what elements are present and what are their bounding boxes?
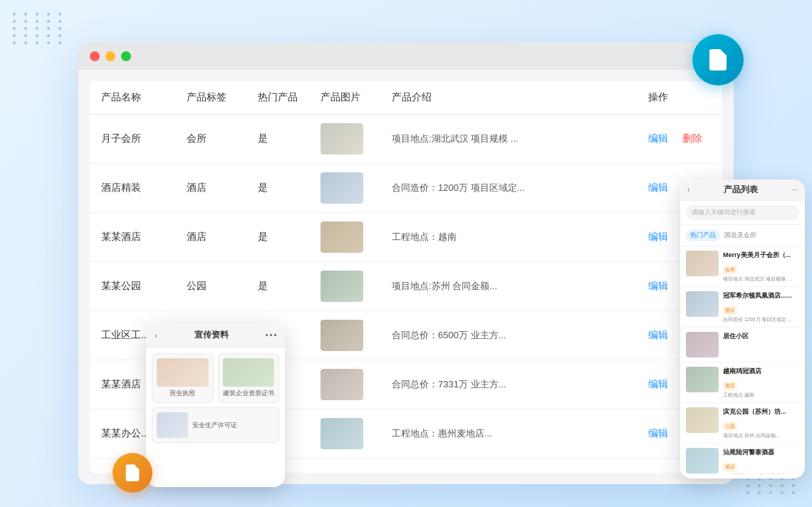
cell-name: 某某公园 — [90, 262, 175, 311]
cert-img-business — [157, 358, 209, 387]
mp-item-desc: 项目地点 苏州 合同金额... — [723, 432, 794, 439]
mp-item-name: 冠军希尔顿凤凰酒店... 厂房 — [723, 291, 794, 300]
edit-button[interactable]: 编辑 — [648, 378, 668, 390]
col-header-tag: 产品标签 — [175, 81, 246, 115]
mp-right-title: 产品列表 — [724, 184, 758, 196]
col-header-name: 产品名称 — [90, 81, 175, 115]
mp-item-name: 滨克公园（苏州）坊... — [723, 407, 794, 417]
maximize-button[interactable] — [121, 51, 131, 61]
cell-img — [309, 115, 380, 164]
col-header-desc: 产品介绍 — [380, 81, 637, 115]
mp-item-details: 冠军希尔顿凤凰酒店... 厂房 酒店 合同造价 1200万 项目区域定... — [723, 291, 799, 323]
mp-item-desc: 产业园区 广东汕尾 项目规模... — [723, 473, 794, 474]
mp-tab-all[interactable]: 国造及会所 — [720, 229, 761, 241]
col-header-action: 操作 — [637, 81, 722, 115]
cell-desc: 项目地点:苏州 合同金额... — [380, 262, 637, 311]
cell-hot: 是 — [246, 115, 309, 164]
mp-item-tag: 酒店 — [723, 306, 737, 315]
mp-list-item[interactable]: 滨克公园（苏州）坊... 公园 项目地点 苏州 合同金额... — [680, 403, 805, 444]
product-thumbnail — [321, 172, 363, 204]
mp-item-name: 汕尾陆河警泰酒器 — [723, 448, 794, 457]
cell-action: 编辑 删除 — [637, 115, 722, 164]
cell-desc: 合同造价：1200万 项目区域定... — [380, 164, 637, 213]
cert-item-business: 营业执照 — [152, 353, 214, 403]
cell-tag: 会所 — [175, 115, 246, 164]
mp-right-tabs: 热门产品 国造及会所 — [680, 225, 805, 246]
mp-left-title: 宣传资料 — [194, 329, 229, 341]
col-header-hot: 热门产品 — [246, 81, 309, 115]
cell-hot: 是 — [246, 164, 309, 213]
mp-item-tag: 酒店 — [723, 382, 737, 390]
mp-list-item[interactable]: 汕尾陆河警泰酒器 酒店 产业园区 广东汕尾 项目规模... — [680, 444, 805, 474]
cell-img — [309, 311, 380, 360]
edit-button[interactable]: 编辑 — [648, 280, 668, 291]
table-row: 某某公园 公园 是 项目地点:苏州 合同金额... 编辑 — [90, 262, 722, 311]
delete-button[interactable]: 删除 — [682, 132, 702, 144]
product-thumbnail — [321, 123, 363, 155]
close-button[interactable] — [90, 51, 100, 61]
mp-item-thumbnail — [686, 291, 719, 317]
product-thumbnail — [321, 221, 363, 253]
product-description: 工程地点：越南 — [392, 231, 457, 242]
mp-item-details: 滨克公园（苏州）坊... 公园 项目地点 苏州 合同金额... — [723, 407, 799, 439]
mp-item-desc: 项目地点 湖北武汉 项目规模 1400㎡ — [723, 276, 794, 282]
mp-item-thumbnail — [686, 407, 719, 433]
mp-right-back: ‹ — [687, 186, 689, 194]
mp-list-item[interactable]: 居住小区 — [680, 328, 805, 362]
product-description: 合同总价：7331万 业主方... — [392, 379, 506, 390]
edit-button[interactable]: 编辑 — [648, 132, 668, 144]
cell-img — [309, 360, 380, 409]
mobile-popup-right: ‹ 产品列表 ··· 请输入关键词进行搜索 热门产品 国造及会所 Merry美美… — [680, 179, 805, 479]
mp-item-tag: 会所 — [723, 266, 737, 274]
cell-desc: 工程地点：惠州麦地店... — [380, 409, 637, 459]
product-thumbnail — [321, 320, 363, 351]
mp-right-search-area: 请输入关键词进行搜索 — [680, 201, 805, 225]
mp-item-details: 越南鸡冠酒店 酒店 工程地点 越南 — [723, 367, 799, 398]
mobile-popup-left: ‹ 宣传资料 营业执照 建筑企业资质证书 安全生产许可证 — [146, 323, 285, 487]
cell-name: 月子会所 — [90, 115, 175, 164]
mp-item-thumbnail — [686, 367, 719, 392]
mp-list-item[interactable]: 冠军希尔顿凤凰酒店... 厂房 酒店 合同造价 1200万 项目区域定... — [680, 287, 805, 328]
mp-right-list: Merry美美月子会所（... 会所 项目地点 湖北武汉 项目规模 1400㎡ … — [680, 246, 805, 474]
mp-left-back: ‹ — [155, 331, 157, 340]
mp-right-header: ‹ 产品列表 ··· — [680, 179, 805, 201]
cert-label-safety: 安全生产许可证 — [192, 421, 237, 430]
table-row: 月子会所 会所 是 项目地点:湖北武汉 项目规模 ... 编辑 删除 — [90, 115, 722, 164]
mp-tab-hot[interactable]: 热门产品 — [686, 229, 720, 241]
cert-label-construction: 建筑企业资质证书 — [223, 389, 274, 398]
cell-desc: 合同总价：7331万 业主方... — [380, 360, 637, 409]
cell-name: 某某酒店 — [90, 213, 175, 262]
cell-tag: 酒店 — [175, 164, 246, 213]
edit-button[interactable]: 编辑 — [648, 182, 668, 193]
cert-label-business: 营业执照 — [170, 389, 195, 398]
product-description: 项目地点:湖北武汉 项目规模 ... — [392, 133, 519, 144]
cell-name: 酒店精装 — [90, 164, 175, 213]
cell-tag: 酒店 — [175, 213, 246, 262]
table-header-row: 产品名称 产品标签 热门产品 产品图片 产品介绍 操作 — [90, 81, 722, 115]
edit-button[interactable]: 编辑 — [648, 329, 668, 340]
mp-item-name: 越南鸡冠酒店 — [723, 367, 794, 376]
minimize-button[interactable] — [105, 51, 115, 61]
cell-tag: 公园 — [175, 262, 246, 311]
cell-img — [309, 164, 380, 213]
mp-list-item[interactable]: 越南鸡冠酒店 酒店 工程地点 越南 — [680, 362, 805, 403]
mp-left-header: ‹ 宣传资料 — [146, 323, 285, 347]
mp-item-tag: 酒店 — [723, 463, 737, 471]
bottom-document-icon — [113, 453, 152, 493]
mp-item-details: 居住小区 — [723, 332, 799, 343]
edit-button[interactable]: 编辑 — [648, 427, 668, 439]
cell-img — [309, 262, 380, 311]
cell-desc: 项目地点:湖北武汉 项目规模 ... — [380, 115, 637, 164]
product-thumbnail — [321, 418, 363, 449]
mp-left-content: 营业执照 建筑企业资质证书 安全生产许可证 — [146, 347, 285, 449]
edit-button[interactable]: 编辑 — [648, 231, 668, 242]
cell-img — [309, 409, 380, 459]
cell-hot: 是 — [246, 262, 309, 311]
product-description: 项目地点:苏州 合同金额... — [392, 281, 497, 291]
product-description: 合同造价：1200万 项目区域定... — [392, 182, 524, 193]
mp-list-item[interactable]: Merry美美月子会所（... 会所 项目地点 湖北武汉 项目规模 1400㎡ — [680, 246, 805, 287]
mp-right-search-box[interactable]: 请输入关键词进行搜索 — [686, 205, 799, 220]
mp-item-thumbnail — [686, 448, 719, 474]
cert-img-safety — [157, 412, 188, 438]
mp-left-menu — [266, 334, 276, 336]
